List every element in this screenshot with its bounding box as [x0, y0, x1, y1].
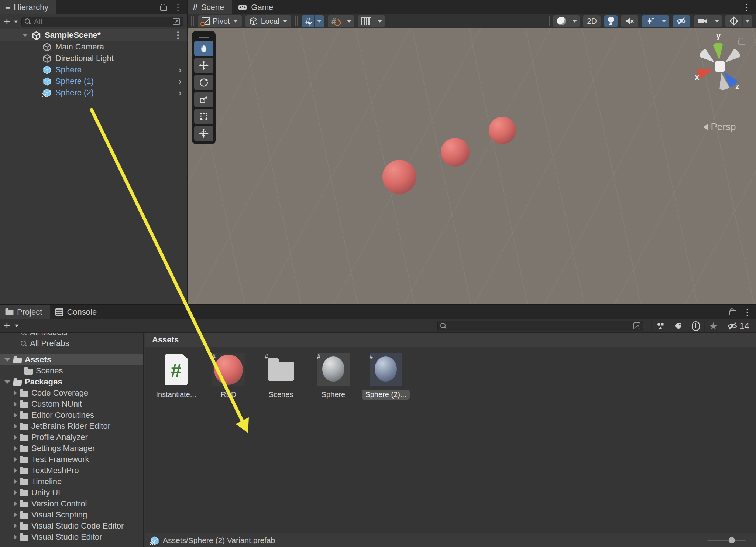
- increment-snap-caret[interactable]: [375, 15, 385, 27]
- scene-viewport[interactable]: y x z Persp: [188, 28, 756, 304]
- audio-mute-button[interactable]: [621, 15, 638, 27]
- package-item[interactable]: JetBrains Rider Editor: [0, 421, 143, 432]
- package-item[interactable]: Visual Studio Editor: [0, 531, 143, 543]
- hierarchy-search[interactable]: ↗: [21, 17, 183, 27]
- gizmos-button[interactable]: [725, 15, 742, 27]
- move-tool-button[interactable]: [194, 58, 213, 73]
- lock-icon[interactable]: [159, 4, 167, 11]
- asset-thumbnail[interactable]: #: [370, 353, 402, 386]
- tab-scene[interactable]: # Scene: [188, 0, 232, 14]
- slider-thumb[interactable]: [729, 537, 735, 543]
- tab-game[interactable]: Game: [232, 0, 281, 14]
- rotate-tool-button[interactable]: [194, 75, 213, 90]
- grid-visibility-button[interactable]: #Y: [302, 15, 314, 27]
- scene-sphere-2[interactable]: [441, 138, 470, 167]
- package-item[interactable]: Version Control: [0, 498, 143, 509]
- prefab-chevron-icon[interactable]: ›: [178, 75, 182, 87]
- tree-item-scenes[interactable]: Scenes: [0, 365, 143, 376]
- tab-project[interactable]: Project: [0, 305, 50, 319]
- kebab-menu-icon[interactable]: ⋮: [173, 2, 182, 13]
- scene-sphere-3[interactable]: [489, 117, 516, 144]
- prefab-chevron-icon[interactable]: ›: [178, 87, 182, 98]
- rect-tool-button[interactable]: [194, 109, 213, 124]
- gizmo-y-label[interactable]: y: [716, 31, 721, 41]
- scale-tool-button[interactable]: [194, 92, 213, 107]
- gizmo-lock-icon[interactable]: [738, 38, 745, 45]
- asset-thumbnail[interactable]: #: [265, 353, 297, 386]
- transform-tool-button[interactable]: [194, 126, 213, 141]
- package-item[interactable]: Settings Manager: [0, 443, 143, 454]
- package-foldout-icon[interactable]: [14, 501, 17, 506]
- local-dropdown[interactable]: Local: [245, 15, 291, 27]
- project-lock-icon[interactable]: [729, 308, 736, 316]
- tree-item-packages[interactable]: Packages: [0, 376, 143, 387]
- perspective-toggle[interactable]: Persp: [692, 121, 747, 133]
- package-foldout-icon[interactable]: [14, 457, 17, 462]
- package-item[interactable]: Visual Scripting: [0, 509, 143, 520]
- package-foldout-icon[interactable]: [14, 534, 17, 540]
- package-foldout-icon[interactable]: [14, 401, 17, 407]
- hand-tool-button[interactable]: [194, 41, 213, 56]
- asset-thumbnail[interactable]: #: [317, 353, 350, 386]
- package-item[interactable]: Custom NUnit: [0, 399, 143, 410]
- package-item[interactable]: Unity UI: [0, 487, 143, 498]
- shading-mode-caret[interactable]: [570, 15, 580, 27]
- scene-visibility-button[interactable]: [673, 15, 690, 27]
- assets-foldout-icon[interactable]: [4, 358, 10, 362]
- filter-by-type-button[interactable]: [651, 321, 669, 332]
- gizmo-x-label[interactable]: x: [695, 72, 699, 82]
- package-foldout-icon[interactable]: [14, 479, 17, 484]
- scene-effects-caret[interactable]: [659, 15, 669, 27]
- overlay-drag-handle[interactable]: [194, 33, 213, 39]
- filter-by-label-button[interactable]: [669, 321, 687, 332]
- scene-foldout-icon[interactable]: [22, 34, 28, 37]
- package-item[interactable]: TextMeshPro: [0, 465, 143, 476]
- console-errors-button[interactable]: !: [687, 321, 704, 332]
- packages-foldout-icon[interactable]: [4, 380, 10, 384]
- package-foldout-icon[interactable]: [14, 413, 17, 418]
- asset-item[interactable]: # Sphere: [307, 353, 360, 400]
- open-search-window-icon[interactable]: ↗: [173, 18, 180, 25]
- package-item[interactable]: Profile Analyzer: [0, 432, 143, 443]
- scene-lighting-button[interactable]: [604, 15, 618, 27]
- tab-console[interactable]: Console: [50, 305, 105, 319]
- toolbar-drag-handle-3[interactable]: [547, 16, 550, 26]
- shading-mode-button[interactable]: [553, 15, 570, 27]
- package-item[interactable]: Editor Coroutines: [0, 410, 143, 421]
- assets-breadcrumb[interactable]: Assets: [145, 333, 756, 347]
- hierarchy-item[interactable]: Main Camera ›: [0, 41, 187, 52]
- package-item[interactable]: Visual Studio Code Editor: [0, 520, 143, 531]
- gizmo-z-label[interactable]: z: [735, 82, 739, 91]
- gizmos-caret[interactable]: [742, 15, 752, 27]
- package-item[interactable]: Code Coverage: [0, 387, 143, 399]
- asset-item[interactable]: # Sphere (2)...: [360, 353, 412, 400]
- package-foldout-icon[interactable]: [14, 468, 17, 473]
- pivot-dropdown[interactable]: Pivot: [198, 15, 242, 27]
- grid-options-caret[interactable]: [314, 15, 324, 27]
- package-foldout-icon[interactable]: [14, 490, 17, 495]
- hierarchy-item[interactable]: Directional Light ›: [0, 52, 187, 64]
- prefab-chevron-icon[interactable]: ›: [178, 64, 182, 75]
- asset-thumbnail[interactable]: #: [212, 353, 245, 386]
- favorite-item[interactable]: All Models: [0, 333, 143, 338]
- snap-options-caret[interactable]: [344, 15, 354, 27]
- package-foldout-icon[interactable]: [14, 512, 17, 517]
- package-item[interactable]: Test Framework: [0, 454, 143, 465]
- hierarchy-item[interactable]: Sphere (1) ›: [0, 75, 187, 87]
- project-search-window-icon[interactable]: ↗: [633, 322, 640, 329]
- toolbar-drag-handle[interactable]: [191, 16, 194, 26]
- toggle-2d-button[interactable]: 2D: [583, 15, 601, 27]
- hierarchy-search-input[interactable]: [34, 17, 170, 26]
- add-object-caret-icon[interactable]: [14, 20, 18, 23]
- hierarchy-item[interactable]: Sphere (2) ›: [0, 87, 187, 98]
- favorites-button[interactable]: ★: [704, 321, 722, 332]
- asset-item[interactable]: # RED: [202, 353, 255, 400]
- asset-item[interactable]: # Instantiate...: [150, 353, 202, 400]
- asset-thumbnail[interactable]: #: [160, 353, 192, 386]
- package-foldout-icon[interactable]: [14, 446, 17, 451]
- favorite-item[interactable]: All Prefabs: [0, 338, 143, 349]
- package-foldout-icon[interactable]: [14, 424, 17, 429]
- asset-item[interactable]: # Scenes: [255, 353, 307, 400]
- scene-effects-button[interactable]: [642, 15, 659, 27]
- increment-snap-button[interactable]: [358, 15, 375, 27]
